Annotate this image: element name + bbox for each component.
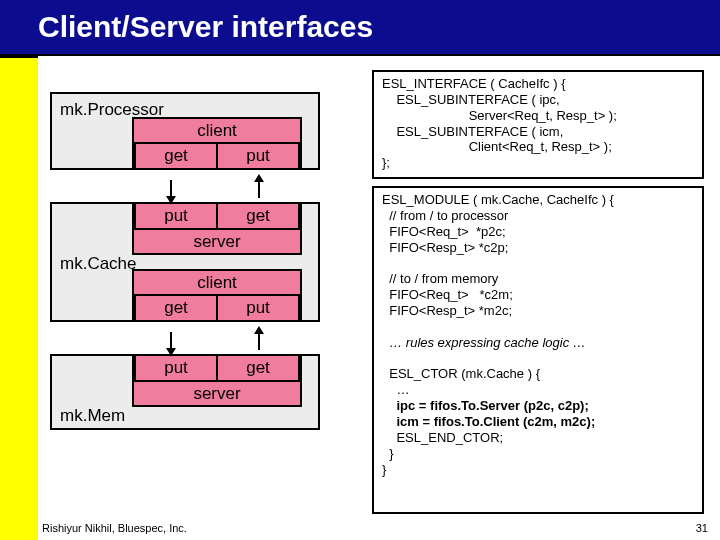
cache-client-cells: get put <box>134 294 300 322</box>
cache-server-box: put get server <box>132 202 302 255</box>
role-server-label: server <box>134 382 300 405</box>
mem-server-cells: put get <box>134 354 300 382</box>
footer-author: Rishiyur Nikhil, Bluespec, Inc. <box>42 522 187 534</box>
left-accent-strip <box>0 56 38 540</box>
role-client-label: client <box>134 119 300 142</box>
code-module-ctor: ESL_CTOR (mk.Cache ) { … ipc = fifos.To.… <box>382 366 595 476</box>
mem-server-box: put get server <box>132 354 302 407</box>
arrows-proc-cache <box>130 182 300 196</box>
role-server-label: server <box>134 230 300 253</box>
code-module-head: ESL_MODULE ( mk.Cache, CacheIfc ) { // f… <box>382 192 614 255</box>
cache-client-box: client get put <box>132 269 302 322</box>
processor-client-cells: get put <box>134 142 300 170</box>
module-cache: put get server mk.Cache client get put <box>50 202 320 322</box>
module-processor: mk.Processor client get put <box>50 92 320 170</box>
cell-get: get <box>216 354 300 382</box>
code-module-rules: … rules expressing cache logic … <box>382 335 586 350</box>
processor-client-box: client get put <box>132 117 302 170</box>
cell-put: put <box>134 354 216 382</box>
cell-put: put <box>134 202 216 230</box>
cache-server-cells: put get <box>134 202 300 230</box>
cell-put: put <box>216 294 300 322</box>
code-interface-text: ESL_INTERFACE ( CacheIfc ) { ESL_SUBINTE… <box>382 76 617 170</box>
module-mem: put get server mk.Mem <box>50 354 320 430</box>
diagram-column: mk.Processor client get put put get serv… <box>50 92 330 442</box>
cell-get: get <box>134 142 216 170</box>
title-band: Client/Server interfaces <box>0 0 720 56</box>
code-module-box: ESL_MODULE ( mk.Cache, CacheIfc ) { // f… <box>372 186 704 514</box>
page-number: 31 <box>696 522 708 534</box>
cell-get: get <box>216 202 300 230</box>
role-client-label: client <box>134 271 300 294</box>
arrows-cache-mem <box>130 334 300 348</box>
code-interface-box: ESL_INTERFACE ( CacheIfc ) { ESL_SUBINTE… <box>372 70 704 179</box>
cell-put: put <box>216 142 300 170</box>
slide-title: Client/Server interfaces <box>0 0 720 44</box>
cell-get: get <box>134 294 216 322</box>
code-module-tofrom: // to / from memory FIFO<Req_t> *c2m; FI… <box>382 271 513 318</box>
